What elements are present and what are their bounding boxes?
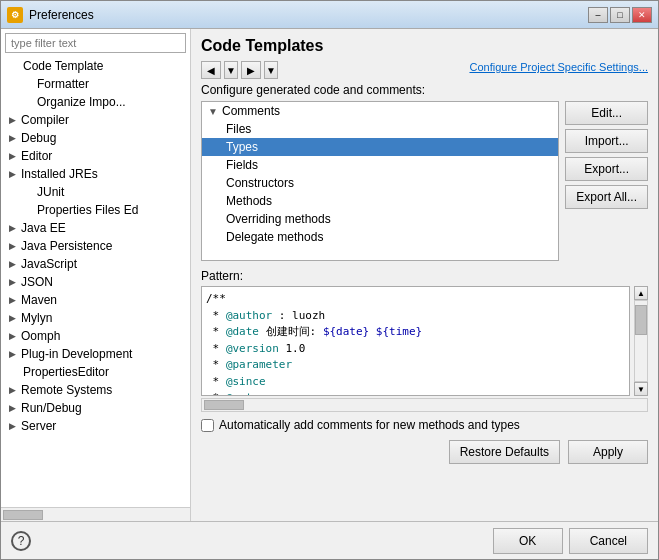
template-item-fields[interactable]: Fields bbox=[202, 156, 558, 174]
pattern-line-5: * @since bbox=[206, 374, 625, 391]
tree-item-formatter[interactable]: Formatter bbox=[1, 75, 190, 93]
tree-arrow-plug-in-development: ▶ bbox=[9, 349, 21, 359]
scrollbar-thumb-h[interactable] bbox=[3, 510, 43, 520]
section-label: Configure generated code and comments: bbox=[201, 83, 648, 97]
tree-item-installed-jres[interactable]: ▶ Installed JREs bbox=[1, 165, 190, 183]
template-item-delegate-methods[interactable]: Delegate methods bbox=[202, 228, 558, 246]
scroll-thumb[interactable] bbox=[635, 305, 647, 335]
tree-item-editor[interactable]: ▶ Editor bbox=[1, 147, 190, 165]
template-item-overriding-methods[interactable]: Overriding methods bbox=[202, 210, 558, 228]
pattern-h-scrollbar[interactable] bbox=[201, 398, 648, 412]
nav-forward-dropdown-button[interactable]: ▼ bbox=[264, 61, 278, 79]
tree-item-organize-imports[interactable]: Organize Impo... bbox=[1, 93, 190, 111]
template-item-label-methods: Methods bbox=[226, 194, 272, 208]
edit-button[interactable]: Edit... bbox=[565, 101, 648, 125]
pattern-editor[interactable]: /** * @author : luozh * @date 创建时间: ${da… bbox=[201, 286, 630, 396]
window-icon: ⚙ bbox=[7, 7, 23, 23]
ok-button[interactable]: OK bbox=[493, 528, 563, 554]
tree-item-properties-files[interactable]: Properties Files Ed bbox=[1, 201, 190, 219]
tree-arrow-run-debug: ▶ bbox=[9, 403, 21, 413]
template-list: ▼CommentsFilesTypesFieldsConstructorsMet… bbox=[201, 101, 559, 261]
tree-item-json[interactable]: ▶ JSON bbox=[1, 273, 190, 291]
template-item-files[interactable]: Files bbox=[202, 120, 558, 138]
pattern-h-scrollbar-thumb[interactable] bbox=[204, 400, 244, 410]
tree-item-java-persistence[interactable]: ▶ Java Persistence bbox=[1, 237, 190, 255]
nav-back-dropdown-button[interactable]: ▼ bbox=[224, 61, 238, 79]
tree-label-java-persistence: Java Persistence bbox=[21, 239, 112, 253]
pattern-line-2: * @date 创建时间: ${date} ${time} bbox=[206, 324, 625, 341]
title-bar: ⚙ Preferences – □ ✕ bbox=[1, 1, 658, 29]
tree-item-compiler[interactable]: ▶ Compiler bbox=[1, 111, 190, 129]
tree-item-maven[interactable]: ▶ Maven bbox=[1, 291, 190, 309]
tree-item-code-template[interactable]: Code Template bbox=[1, 57, 190, 75]
close-button[interactable]: ✕ bbox=[632, 7, 652, 23]
tree-label-java-ee: Java EE bbox=[21, 221, 66, 235]
right-panel: Code Templates ◀ ▼ ▶ ▼ Configure Project… bbox=[191, 29, 658, 521]
tree-arrow-debug: ▶ bbox=[9, 133, 21, 143]
template-item-label-delegate-methods: Delegate methods bbox=[226, 230, 323, 244]
tree-label-properties-editor: PropertiesEditor bbox=[23, 365, 109, 379]
tree-item-mylyn[interactable]: ▶ Mylyn bbox=[1, 309, 190, 327]
tree-item-server[interactable]: ▶ Server bbox=[1, 417, 190, 435]
minimize-button[interactable]: – bbox=[588, 7, 608, 23]
import-button[interactable]: Import... bbox=[565, 129, 648, 153]
window-title: Preferences bbox=[29, 8, 588, 22]
tree-item-plug-in-development[interactable]: ▶ Plug-in Development bbox=[1, 345, 190, 363]
tree-item-oomph[interactable]: ▶ Oomph bbox=[1, 327, 190, 345]
tree-label-javascript: JavaScript bbox=[21, 257, 77, 271]
tree-area: Code TemplateFormatterOrganize Impo...▶ … bbox=[1, 57, 190, 507]
pattern-label: Pattern: bbox=[201, 269, 648, 283]
tree-item-junit[interactable]: JUnit bbox=[1, 183, 190, 201]
tree-arrow-java-persistence: ▶ bbox=[9, 241, 21, 251]
tree-label-maven: Maven bbox=[21, 293, 57, 307]
tree-arrow-compiler: ▶ bbox=[9, 115, 21, 125]
export-button[interactable]: Export... bbox=[565, 157, 648, 181]
group-arrow-comments: ▼ bbox=[208, 106, 222, 117]
restore-defaults-button[interactable]: Restore Defaults bbox=[449, 440, 560, 464]
tree-label-properties-files: Properties Files Ed bbox=[37, 203, 138, 217]
content-area: Code TemplateFormatterOrganize Impo...▶ … bbox=[1, 29, 658, 521]
pattern-line-4: * @parameter bbox=[206, 357, 625, 374]
tree-label-formatter: Formatter bbox=[37, 77, 89, 91]
tree-arrow-installed-jres: ▶ bbox=[9, 169, 21, 179]
pattern-line-6: * @return bbox=[206, 390, 625, 396]
tree-item-javascript[interactable]: ▶ JavaScript bbox=[1, 255, 190, 273]
tree-item-run-debug[interactable]: ▶ Run/Debug bbox=[1, 399, 190, 417]
nav-forward-button[interactable]: ▶ bbox=[241, 61, 261, 79]
maximize-button[interactable]: □ bbox=[610, 7, 630, 23]
scroll-track bbox=[634, 300, 648, 382]
template-item-label-files: Files bbox=[226, 122, 251, 136]
tree-arrow-mylyn: ▶ bbox=[9, 313, 21, 323]
template-item-constructors[interactable]: Constructors bbox=[202, 174, 558, 192]
cancel-button[interactable]: Cancel bbox=[569, 528, 648, 554]
tree-arrow-editor: ▶ bbox=[9, 151, 21, 161]
tree-arrow-java-ee: ▶ bbox=[9, 223, 21, 233]
window-controls: – □ ✕ bbox=[588, 7, 652, 23]
horizontal-scrollbar[interactable] bbox=[1, 507, 190, 521]
tree-item-debug[interactable]: ▶ Debug bbox=[1, 129, 190, 147]
tree-arrow-json: ▶ bbox=[9, 277, 21, 287]
auto-comments-checkbox[interactable] bbox=[201, 419, 214, 432]
configure-project-link[interactable]: Configure Project Specific Settings... bbox=[469, 61, 648, 73]
tree-item-properties-editor[interactable]: PropertiesEditor bbox=[1, 363, 190, 381]
template-group-comments[interactable]: ▼Comments bbox=[202, 102, 558, 120]
tree-arrow-javascript: ▶ bbox=[9, 259, 21, 269]
tree-label-installed-jres: Installed JREs bbox=[21, 167, 98, 181]
scroll-down-button[interactable]: ▼ bbox=[634, 382, 648, 396]
tree-item-remote-systems[interactable]: ▶ Remote Systems bbox=[1, 381, 190, 399]
filter-input[interactable] bbox=[5, 33, 186, 53]
scroll-up-button[interactable]: ▲ bbox=[634, 286, 648, 300]
tree-label-compiler: Compiler bbox=[21, 113, 69, 127]
auto-comments-row: Automatically add comments for new metho… bbox=[201, 418, 648, 432]
help-button[interactable]: ? bbox=[11, 531, 31, 551]
template-item-types[interactable]: Types bbox=[202, 138, 558, 156]
tree-arrow-server: ▶ bbox=[9, 421, 21, 431]
tree-item-java-ee[interactable]: ▶ Java EE bbox=[1, 219, 190, 237]
pattern-scrollbar[interactable]: ▲ ▼ bbox=[634, 286, 648, 396]
template-item-methods[interactable]: Methods bbox=[202, 192, 558, 210]
nav-back-button[interactable]: ◀ bbox=[201, 61, 221, 79]
tree-label-server: Server bbox=[21, 419, 56, 433]
pattern-line-1: * @author : luozh bbox=[206, 308, 625, 325]
export-all-button[interactable]: Export All... bbox=[565, 185, 648, 209]
apply-button[interactable]: Apply bbox=[568, 440, 648, 464]
